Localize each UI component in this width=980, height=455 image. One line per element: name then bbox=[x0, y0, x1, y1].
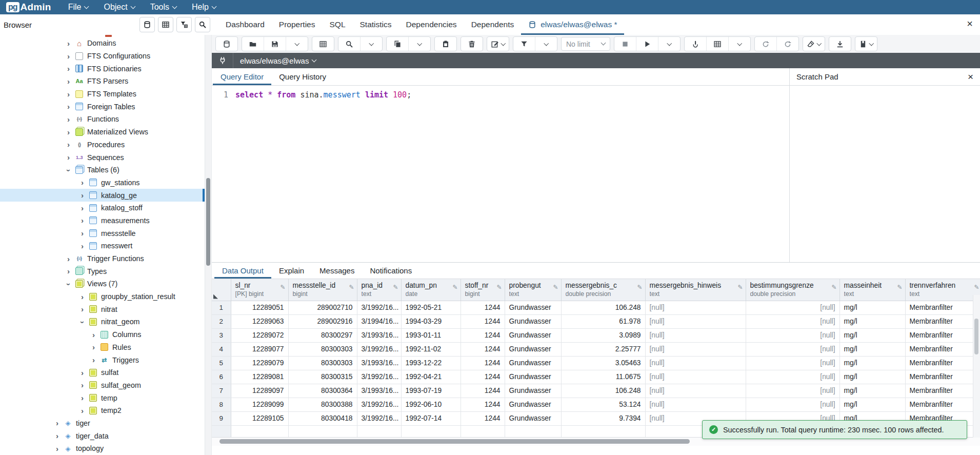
edit-pencil-icon[interactable]: ✎ bbox=[831, 284, 836, 291]
cell[interactable]: Grundwasser bbox=[505, 328, 561, 342]
tree-item-tiger-data[interactable]: ›◈tiger_data bbox=[0, 429, 205, 442]
tree-item-materialized-views[interactable]: ›Materialized Views bbox=[0, 126, 205, 139]
tree-item-tables-6[interactable]: ›Tables (6) bbox=[0, 164, 205, 176]
cell[interactable]: [null] bbox=[746, 370, 839, 384]
cell[interactable]: [null] bbox=[645, 356, 746, 370]
tree-item-sequences[interactable]: ›1..3Sequences bbox=[0, 151, 205, 164]
tab-dependencies[interactable]: Dependencies bbox=[399, 14, 464, 35]
cell[interactable]: 3/1994/16... bbox=[357, 314, 401, 328]
vertical-scrollbar[interactable] bbox=[973, 295, 980, 438]
column-header-messergebnis-hinweis[interactable]: messergebnis_hinweistext✎ bbox=[645, 279, 746, 301]
cell[interactable]: Membranfilter bbox=[905, 328, 980, 342]
cell[interactable]: Grundwasser bbox=[505, 411, 561, 425]
filter-options-button[interactable] bbox=[535, 37, 557, 51]
cell[interactable]: 80300303 bbox=[288, 342, 357, 356]
edit-pencil-icon[interactable]: ✎ bbox=[280, 284, 285, 291]
cell[interactable]: 289002710 bbox=[288, 301, 357, 314]
edit-button[interactable] bbox=[487, 37, 509, 51]
cell[interactable]: 1993-01-11 bbox=[401, 328, 461, 342]
menu-help[interactable]: Help bbox=[187, 3, 221, 12]
row-number[interactable]: 4 bbox=[212, 342, 231, 356]
edit-pencil-icon[interactable]: ✎ bbox=[393, 284, 398, 291]
cell[interactable]: [null] bbox=[645, 384, 746, 398]
tab-explain[interactable]: Explain bbox=[271, 263, 312, 279]
delete-button[interactable] bbox=[461, 37, 483, 51]
cell[interactable]: Grundwasser bbox=[505, 356, 561, 370]
column-header-stoff-nr[interactable]: stoff_nrbigint✎ bbox=[461, 279, 505, 301]
column-header-bestimmungsgrenze[interactable]: bestimmungsgrenzedouble precision✎ bbox=[746, 279, 839, 301]
cell[interactable]: 1244 bbox=[461, 384, 505, 398]
tree-item-gw-stations[interactable]: ›gw_stations bbox=[0, 176, 205, 189]
tree-item-fts-dictionaries[interactable]: ›FTS Dictionaries bbox=[0, 62, 205, 75]
cell[interactable]: 12289063 bbox=[231, 314, 288, 328]
tree-item-messwert[interactable]: ›messwert bbox=[0, 240, 205, 252]
cell[interactable]: mg/l bbox=[839, 356, 905, 370]
row-number[interactable]: 3 bbox=[212, 328, 231, 342]
collapse-chevron-icon[interactable]: › bbox=[65, 167, 73, 174]
cell[interactable]: 1992-05-21 bbox=[401, 301, 461, 314]
cell[interactable]: Membranfilter bbox=[905, 398, 980, 411]
cell[interactable]: 1992-11-02 bbox=[401, 342, 461, 356]
open-file-button[interactable] bbox=[242, 37, 264, 51]
expand-chevron-icon[interactable]: › bbox=[65, 64, 72, 73]
filter-button[interactable] bbox=[513, 37, 535, 51]
grid-view-button[interactable] bbox=[158, 17, 173, 32]
connection-selector[interactable]: elwas/elwas@elwas bbox=[240, 56, 316, 65]
cell[interactable]: 80300315 bbox=[288, 370, 357, 384]
expand-chevron-icon[interactable]: › bbox=[78, 368, 86, 377]
cell[interactable]: [null] bbox=[746, 356, 839, 370]
macros-button[interactable] bbox=[855, 37, 877, 51]
cell[interactable]: 12289072 bbox=[231, 328, 288, 342]
cell[interactable]: 1244 bbox=[461, 356, 505, 370]
rollback-transaction-button[interactable] bbox=[776, 37, 798, 51]
commit-transaction-button[interactable] bbox=[755, 37, 776, 51]
cell[interactable]: 106.248 bbox=[561, 384, 645, 398]
expand-chevron-icon[interactable]: › bbox=[65, 153, 72, 162]
cell[interactable]: [null] bbox=[645, 314, 746, 328]
tab-sql[interactable]: SQL bbox=[322, 14, 352, 35]
tree-item-fts-templates[interactable]: ›FTS Templates bbox=[0, 88, 205, 101]
edit-pencil-icon[interactable]: ✎ bbox=[637, 284, 642, 291]
tree-item-rules[interactable]: ›Rules bbox=[0, 341, 205, 354]
cancel-query-button[interactable] bbox=[614, 37, 636, 51]
tab-notifications[interactable]: Notifications bbox=[362, 263, 419, 279]
tab-statistics[interactable]: Statistics bbox=[353, 14, 399, 35]
cell[interactable]: mg/l bbox=[839, 301, 905, 314]
expand-chevron-icon[interactable]: › bbox=[90, 343, 97, 351]
tree-item-tiger[interactable]: ›◈tiger bbox=[0, 417, 205, 430]
cell[interactable]: [null] bbox=[645, 398, 746, 411]
tab-query-editor[interactable]: Query Editor bbox=[213, 68, 271, 85]
expand-chevron-icon[interactable]: › bbox=[65, 102, 72, 111]
cell[interactable]: 80300303 bbox=[288, 356, 357, 370]
edit-pencil-icon[interactable]: ✎ bbox=[553, 284, 558, 291]
tree-item-trigger-functions[interactable]: ›{≡}Trigger Functions bbox=[0, 252, 205, 265]
cell[interactable]: Grundwasser bbox=[505, 370, 561, 384]
scratch-pad-body[interactable] bbox=[790, 86, 980, 262]
cell[interactable]: 12289081 bbox=[231, 370, 288, 384]
success-notification[interactable]: ✓ Successfully run. Total query runtime:… bbox=[702, 420, 967, 439]
menu-tools[interactable]: Tools bbox=[146, 3, 181, 12]
cell[interactable]: mg/l bbox=[839, 370, 905, 384]
search-objects-button[interactable] bbox=[195, 17, 210, 32]
edit-pencil-icon[interactable]: ✎ bbox=[974, 284, 979, 291]
cell[interactable]: Grundwasser bbox=[505, 384, 561, 398]
cell[interactable]: mg/l bbox=[839, 342, 905, 356]
cell[interactable]: 3.0989 bbox=[561, 328, 645, 342]
expand-chevron-icon[interactable]: › bbox=[78, 292, 86, 301]
tree-item-temp2[interactable]: ›temp2 bbox=[0, 404, 205, 417]
expand-chevron-icon[interactable]: › bbox=[78, 381, 86, 389]
cell[interactable]: 106.248 bbox=[561, 301, 645, 314]
tree-item-functions[interactable]: ›{≡}Functions bbox=[0, 113, 205, 126]
tree-item-groupby-station-result[interactable]: ›groupby_station_result bbox=[0, 290, 205, 303]
expand-chevron-icon[interactable]: › bbox=[53, 444, 61, 453]
download-csv-button[interactable] bbox=[829, 37, 851, 51]
tree-item-temp[interactable]: ›temp bbox=[0, 391, 205, 404]
cell[interactable]: 3/1993/16... bbox=[357, 328, 401, 342]
cell[interactable]: Membranfilter bbox=[905, 356, 980, 370]
expand-chevron-icon[interactable]: › bbox=[78, 406, 86, 415]
tab-query-tool[interactable]: elwas/elwas@elwas * bbox=[521, 14, 624, 35]
tree-scrollbar[interactable] bbox=[205, 35, 211, 455]
cell[interactable]: 1244 bbox=[461, 370, 505, 384]
row-number[interactable]: 1 bbox=[212, 301, 231, 314]
copy-options-button[interactable] bbox=[408, 37, 430, 51]
